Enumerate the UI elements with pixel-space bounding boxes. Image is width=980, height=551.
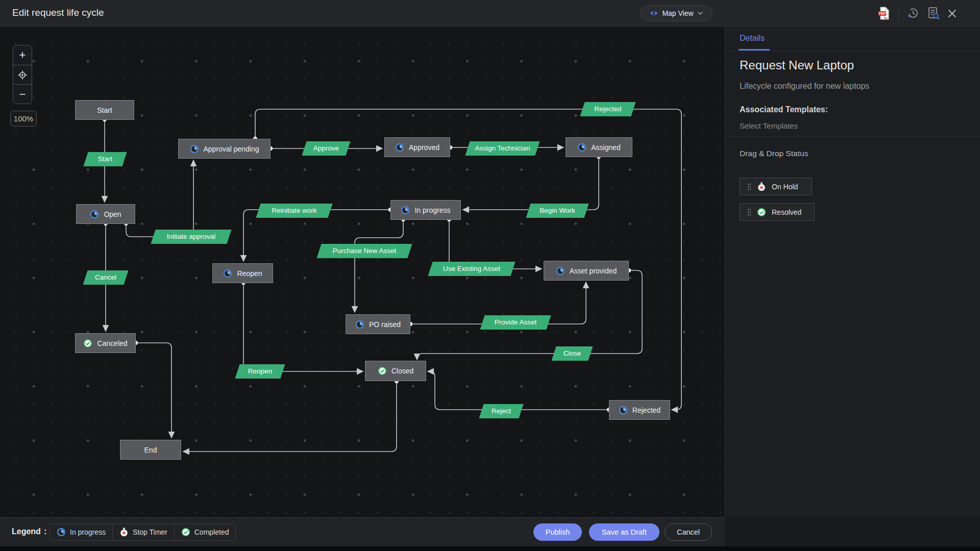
legend-item-completed: Completed — [174, 524, 236, 540]
drag-handle-icon — [747, 183, 751, 190]
node-open[interactable]: Open — [76, 204, 135, 224]
node-assigned[interactable]: Assigned — [566, 137, 632, 157]
node-closed[interactable]: Closed — [365, 361, 426, 381]
flow-canvas[interactable]: Start Open Approval pending Approved Ass… — [0, 27, 725, 517]
completed-icon — [83, 339, 92, 348]
top-bar: Edit request life cycle Map View — [0, 0, 980, 27]
transition-start[interactable]: Start — [86, 152, 125, 166]
export-pdf-button[interactable] — [878, 7, 890, 20]
in-progress-icon — [355, 320, 364, 329]
legend-label: Legend — [12, 527, 41, 536]
history-icon — [907, 7, 919, 19]
pdf-icon — [878, 7, 890, 20]
map-view-dropdown[interactable]: Map View — [640, 5, 713, 21]
bottom-bar: Legend : In progress Stop Timer Complete… — [0, 517, 725, 546]
transition-rejected[interactable]: Rejected — [582, 102, 633, 116]
in-progress-icon — [577, 143, 586, 152]
page-title: Edit request life cycle — [12, 7, 104, 18]
crosshair-icon — [17, 70, 28, 80]
drag-handle-icon — [747, 209, 751, 216]
completed-icon — [181, 528, 190, 537]
in-progress-icon — [395, 143, 404, 152]
transition-provide-asset[interactable]: Provide Asset — [482, 315, 549, 330]
zoom-controls: + − — [13, 45, 32, 104]
transition-cancel[interactable]: Cancel — [85, 270, 126, 285]
panel-divider — [725, 137, 980, 137]
legend-item-stop-timer: Stop Timer — [112, 524, 174, 540]
transition-use-existing-asset[interactable]: Use Existing Asset — [430, 262, 513, 276]
stop-timer-icon — [757, 182, 766, 191]
transition-reject[interactable]: Reject — [481, 404, 521, 418]
zoom-level-badge[interactable]: 100% — [10, 111, 37, 127]
document-search-icon — [927, 7, 940, 20]
node-canceled[interactable]: Canceled — [75, 333, 136, 353]
legend-colon: : — [44, 527, 46, 536]
chevron-down-icon — [698, 12, 703, 15]
lifecycle-title: Request New Laptop — [740, 58, 854, 72]
node-in-progress[interactable]: In progress — [390, 200, 461, 220]
audit-log-button[interactable] — [927, 7, 940, 20]
tab-active-underline — [739, 49, 770, 51]
completed-icon — [757, 208, 766, 217]
node-approved[interactable]: Approved — [384, 137, 450, 157]
in-progress-icon — [401, 206, 410, 215]
legend-item-in-progress: In progress — [50, 524, 112, 540]
stop-timer-icon — [119, 528, 129, 537]
publish-button[interactable]: Publish — [533, 523, 582, 541]
close-icon — [948, 9, 957, 18]
eye-icon — [650, 10, 658, 16]
in-progress-icon — [556, 266, 565, 276]
zoom-out-button[interactable]: − — [13, 84, 32, 104]
in-progress-icon — [57, 528, 66, 537]
zoom-in-button[interactable]: + — [13, 45, 32, 65]
save-as-draft-button[interactable]: Save as Draft — [589, 523, 659, 541]
panel-tab-bar: Details — [725, 27, 980, 51]
transition-initiate-approval[interactable]: Initiate approval — [153, 230, 229, 244]
drag-drop-status-label: Drag & Drop Status — [740, 149, 808, 158]
node-approval-pending[interactable]: Approval pending — [178, 139, 271, 159]
node-asset-provided[interactable]: Asset provided — [544, 261, 629, 281]
node-po-raised[interactable]: PO raised — [346, 314, 410, 334]
transition-reopen[interactable]: Reopen — [237, 364, 283, 379]
transition-reinitiate-work[interactable]: Reinitiate work — [258, 204, 330, 218]
in-progress-icon — [619, 406, 628, 415]
node-end[interactable]: End — [120, 440, 181, 460]
details-panel: Details Request New Laptop Lifecycle con… — [725, 27, 980, 517]
completed-icon — [378, 366, 387, 375]
divider — [898, 7, 899, 20]
tab-details[interactable]: Details — [740, 27, 765, 51]
bottom-strip — [0, 546, 980, 551]
fit-view-button[interactable] — [13, 65, 32, 84]
in-progress-icon — [90, 210, 99, 219]
transition-approve[interactable]: Approve — [304, 141, 348, 156]
select-templates-dropdown[interactable]: Select Templates — [740, 121, 798, 130]
lifecycle-subtitle: Lifecycle configured for new laptops — [740, 82, 869, 91]
associated-templates-label: Associated Templates: — [740, 105, 828, 114]
history-button[interactable] — [907, 7, 919, 19]
node-start[interactable]: Start — [75, 100, 134, 120]
status-chip-resolved[interactable]: Resolved — [740, 203, 815, 221]
legend-group: In progress Stop Timer Completed — [50, 523, 236, 541]
map-view-label: Map View — [662, 9, 693, 17]
node-reopen[interactable]: Reopen — [212, 263, 273, 283]
in-progress-icon — [190, 144, 199, 154]
close-button[interactable] — [948, 9, 957, 18]
in-progress-icon — [223, 269, 232, 278]
transition-purchase-new-asset[interactable]: Purchase New Asset — [319, 244, 410, 258]
transition-begin-work[interactable]: Begin Work — [528, 204, 586, 218]
panel-bottom-area — [725, 517, 980, 547]
transition-assign-technician[interactable]: Assign Technician — [468, 141, 537, 156]
transition-close[interactable]: Close — [554, 346, 591, 361]
top-icon-group — [878, 7, 957, 20]
status-chip-on-hold[interactable]: On Hold — [740, 178, 812, 195]
node-rejected[interactable]: Rejected — [609, 400, 670, 420]
cancel-button[interactable]: Cancel — [665, 523, 712, 541]
